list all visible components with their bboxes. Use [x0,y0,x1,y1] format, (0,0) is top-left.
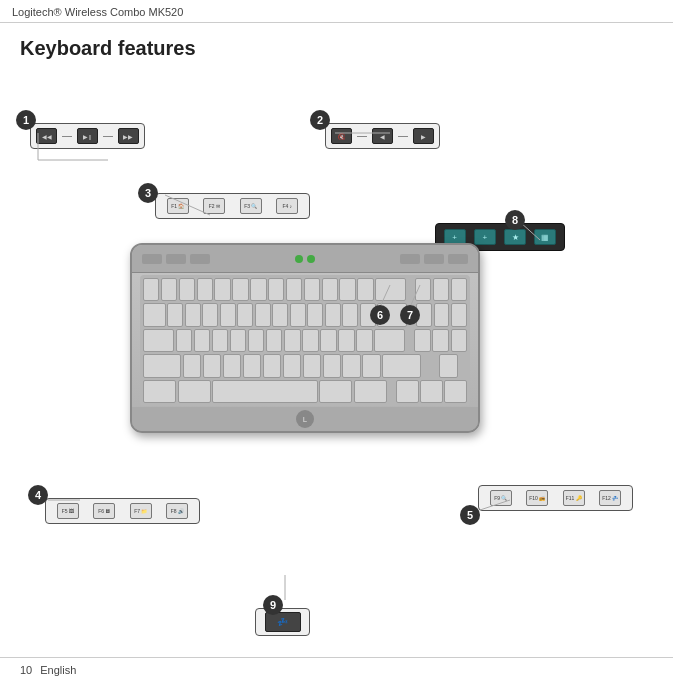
key-f7: F7 📁 [130,503,152,519]
key-f10: F10 📻 [526,490,548,506]
key-mute: 🔇 [331,128,352,144]
page-number: 10 [20,664,32,676]
key-shortcut-4: ▦ [534,229,556,245]
key-f2: F2 ✉ [203,198,225,214]
footer: 10 English [0,657,673,682]
logitech-logo: L [296,410,314,428]
callout-3: 3 [138,183,158,203]
key-f11: F11 🔑 [563,490,585,506]
key-f8: F8 🔊 [166,503,188,519]
key-vol-up: ▶ [413,128,434,144]
keyboard-keys [140,275,470,406]
key-f5: F5 🖼 [57,503,79,519]
group-f5-f8: F5 🖼 F6 🖥 F7 📁 F8 🔊 [45,498,200,524]
callout-9: 9 [263,595,283,615]
key-prev: ◀◀ [36,128,57,144]
callout-7: 7 [400,305,420,325]
header-bar: Logitech® Wireless Combo MK520 [0,0,673,23]
language: English [40,664,76,676]
key-f4: F4 ♪ [276,198,298,214]
callout-4: 4 [28,485,48,505]
group-media-playback: ◀◀ ▶|| ▶▶ [30,123,145,149]
group-f1-f4: F1 🏠 F2 ✉ F3 🔍 F4 ♪ [155,193,310,219]
key-f1: F1 🏠 [167,198,189,214]
key-shortcut-3: ★ [504,229,526,245]
callout-6: 6 [370,305,390,325]
callout-8: 8 [505,210,525,230]
key-f12: F12 💤 [599,490,621,506]
diagram-area: 1 ◀◀ ▶|| ▶▶ 2 🔇 ◀ ▶ 3 F1 🏠 F2 ✉ F3 🔍 F4 … [0,55,673,645]
group-f9-f12: F9 🔍 F10 📻 F11 🔑 F12 💤 [478,485,633,511]
key-sleep: 💤 [265,612,301,632]
key-f3: F3 🔍 [240,198,262,214]
callout-2: 2 [310,110,330,130]
key-play: ▶|| [77,128,98,144]
header-title: Logitech® Wireless Combo MK520 [12,6,183,18]
key-vol-down: ◀ [372,128,393,144]
callout-1: 1 [16,110,36,130]
key-next: ▶▶ [118,128,139,144]
keyboard-top-strip [132,245,478,273]
callout-5: 5 [460,505,480,525]
key-shortcut-2: + [474,229,496,245]
keyboard-diagram: L [130,243,480,433]
key-f6: F6 🖥 [93,503,115,519]
group-sleep-key: 💤 [255,608,310,636]
group-volume: 🔇 ◀ ▶ [325,123,440,149]
keyboard-bottom: L [132,407,478,431]
key-f9: F9 🔍 [490,490,512,506]
